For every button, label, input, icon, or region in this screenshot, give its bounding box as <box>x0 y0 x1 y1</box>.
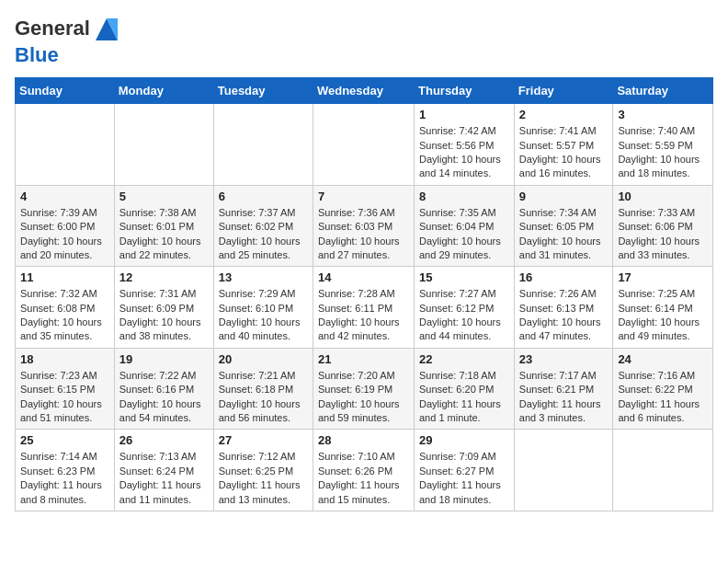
day-info: Sunrise: 7:34 AM Sunset: 6:05 PM Dayligh… <box>519 206 609 263</box>
day-info: Sunrise: 7:39 AM Sunset: 6:00 PM Dayligh… <box>20 206 109 263</box>
calendar-cell: 13Sunrise: 7:29 AM Sunset: 6:10 PM Dayli… <box>213 267 313 349</box>
day-number: 2 <box>519 108 609 121</box>
page-header: General Blue <box>15 15 713 66</box>
calendar-week-row: 18Sunrise: 7:23 AM Sunset: 6:15 PM Dayli… <box>16 348 713 430</box>
calendar-cell: 3Sunrise: 7:40 AM Sunset: 5:59 PM Daylig… <box>613 104 713 186</box>
header-wednesday: Wednesday <box>313 78 414 104</box>
day-info: Sunrise: 7:27 AM Sunset: 6:12 PM Dayligh… <box>419 287 509 344</box>
day-info: Sunrise: 7:37 AM Sunset: 6:02 PM Dayligh… <box>219 206 308 263</box>
day-info: Sunrise: 7:29 AM Sunset: 6:10 PM Dayligh… <box>219 287 308 344</box>
calendar-table: SundayMondayTuesdayWednesdayThursdayFrid… <box>15 77 713 511</box>
calendar-cell: 2Sunrise: 7:41 AM Sunset: 5:57 PM Daylig… <box>514 104 613 186</box>
calendar-cell: 9Sunrise: 7:34 AM Sunset: 6:05 PM Daylig… <box>514 185 613 267</box>
day-info: Sunrise: 7:40 AM Sunset: 5:59 PM Dayligh… <box>618 124 708 181</box>
header-monday: Monday <box>114 78 213 104</box>
day-info: Sunrise: 7:18 AM Sunset: 6:20 PM Dayligh… <box>419 369 509 426</box>
day-info: Sunrise: 7:22 AM Sunset: 6:16 PM Dayligh… <box>119 369 209 426</box>
day-number: 29 <box>419 433 509 447</box>
calendar-week-row: 25Sunrise: 7:14 AM Sunset: 6:23 PM Dayli… <box>16 430 713 511</box>
calendar-cell: 29Sunrise: 7:09 AM Sunset: 6:27 PM Dayli… <box>415 430 515 511</box>
day-number: 15 <box>419 270 509 284</box>
calendar-cell: 1Sunrise: 7:42 AM Sunset: 5:56 PM Daylig… <box>415 104 515 186</box>
header-friday: Friday <box>514 78 613 104</box>
logo-icon <box>92 15 121 44</box>
logo-general-text: General <box>15 17 90 40</box>
day-info: Sunrise: 7:42 AM Sunset: 5:56 PM Dayligh… <box>419 124 509 181</box>
day-number: 3 <box>618 108 708 121</box>
day-number: 12 <box>119 270 209 284</box>
day-info: Sunrise: 7:23 AM Sunset: 6:15 PM Dayligh… <box>20 369 109 426</box>
day-number: 24 <box>618 352 708 366</box>
day-info: Sunrise: 7:36 AM Sunset: 6:03 PM Dayligh… <box>318 206 409 263</box>
calendar-cell: 20Sunrise: 7:21 AM Sunset: 6:18 PM Dayli… <box>213 348 313 430</box>
calendar-cell: 24Sunrise: 7:16 AM Sunset: 6:22 PM Dayli… <box>613 348 713 430</box>
calendar-cell <box>16 104 115 186</box>
calendar-cell <box>514 430 613 511</box>
calendar-cell: 18Sunrise: 7:23 AM Sunset: 6:15 PM Dayli… <box>16 348 115 430</box>
calendar-week-row: 1Sunrise: 7:42 AM Sunset: 5:56 PM Daylig… <box>16 104 713 186</box>
day-info: Sunrise: 7:10 AM Sunset: 6:26 PM Dayligh… <box>318 450 409 507</box>
day-info: Sunrise: 7:16 AM Sunset: 6:22 PM Dayligh… <box>618 369 708 426</box>
logo: General Blue <box>15 15 121 66</box>
day-info: Sunrise: 7:13 AM Sunset: 6:24 PM Dayligh… <box>119 450 209 507</box>
calendar-cell <box>114 104 213 186</box>
header-thursday: Thursday <box>415 78 515 104</box>
day-info: Sunrise: 7:35 AM Sunset: 6:04 PM Dayligh… <box>419 206 509 263</box>
day-info: Sunrise: 7:20 AM Sunset: 6:19 PM Dayligh… <box>318 369 409 426</box>
calendar-cell: 10Sunrise: 7:33 AM Sunset: 6:06 PM Dayli… <box>613 185 713 267</box>
day-number: 1 <box>419 108 509 121</box>
calendar-cell: 14Sunrise: 7:28 AM Sunset: 6:11 PM Dayli… <box>313 267 414 349</box>
calendar-cell: 5Sunrise: 7:38 AM Sunset: 6:01 PM Daylig… <box>114 185 213 267</box>
calendar-cell: 27Sunrise: 7:12 AM Sunset: 6:25 PM Dayli… <box>213 430 313 511</box>
calendar-cell: 12Sunrise: 7:31 AM Sunset: 6:09 PM Dayli… <box>114 267 213 349</box>
calendar-cell: 7Sunrise: 7:36 AM Sunset: 6:03 PM Daylig… <box>313 185 414 267</box>
header-saturday: Saturday <box>613 78 713 104</box>
calendar-cell: 17Sunrise: 7:25 AM Sunset: 6:14 PM Dayli… <box>613 267 713 349</box>
day-info: Sunrise: 7:41 AM Sunset: 5:57 PM Dayligh… <box>519 124 609 181</box>
day-number: 5 <box>119 190 209 203</box>
calendar-header-row: SundayMondayTuesdayWednesdayThursdayFrid… <box>16 78 713 104</box>
day-info: Sunrise: 7:33 AM Sunset: 6:06 PM Dayligh… <box>618 206 708 263</box>
day-number: 10 <box>618 190 708 203</box>
day-number: 26 <box>119 433 209 447</box>
calendar-cell: 26Sunrise: 7:13 AM Sunset: 6:24 PM Dayli… <box>114 430 213 511</box>
day-number: 22 <box>419 352 509 366</box>
calendar-cell: 28Sunrise: 7:10 AM Sunset: 6:26 PM Dayli… <box>313 430 414 511</box>
calendar-cell <box>213 104 313 186</box>
day-number: 14 <box>318 270 409 284</box>
calendar-cell: 16Sunrise: 7:26 AM Sunset: 6:13 PM Dayli… <box>514 267 613 349</box>
day-info: Sunrise: 7:25 AM Sunset: 6:14 PM Dayligh… <box>618 287 708 344</box>
calendar-cell: 11Sunrise: 7:32 AM Sunset: 6:08 PM Dayli… <box>16 267 115 349</box>
day-number: 13 <box>219 270 308 284</box>
day-number: 19 <box>119 352 209 366</box>
day-number: 27 <box>219 433 308 447</box>
day-number: 4 <box>20 190 109 203</box>
day-info: Sunrise: 7:38 AM Sunset: 6:01 PM Dayligh… <box>119 206 209 263</box>
calendar-week-row: 4Sunrise: 7:39 AM Sunset: 6:00 PM Daylig… <box>16 185 713 267</box>
calendar-cell: 8Sunrise: 7:35 AM Sunset: 6:04 PM Daylig… <box>415 185 515 267</box>
calendar-cell: 25Sunrise: 7:14 AM Sunset: 6:23 PM Dayli… <box>16 430 115 511</box>
calendar-week-row: 11Sunrise: 7:32 AM Sunset: 6:08 PM Dayli… <box>16 267 713 349</box>
calendar-cell: 23Sunrise: 7:17 AM Sunset: 6:21 PM Dayli… <box>514 348 613 430</box>
header-sunday: Sunday <box>16 78 115 104</box>
header-tuesday: Tuesday <box>213 78 313 104</box>
day-number: 6 <box>219 190 308 203</box>
day-number: 21 <box>318 352 409 366</box>
logo-blue-text: Blue <box>15 43 59 66</box>
calendar-cell: 19Sunrise: 7:22 AM Sunset: 6:16 PM Dayli… <box>114 348 213 430</box>
day-number: 28 <box>318 433 409 447</box>
calendar-cell: 21Sunrise: 7:20 AM Sunset: 6:19 PM Dayli… <box>313 348 414 430</box>
day-info: Sunrise: 7:21 AM Sunset: 6:18 PM Dayligh… <box>219 369 308 426</box>
day-info: Sunrise: 7:17 AM Sunset: 6:21 PM Dayligh… <box>519 369 609 426</box>
calendar-cell: 22Sunrise: 7:18 AM Sunset: 6:20 PM Dayli… <box>415 348 515 430</box>
day-info: Sunrise: 7:32 AM Sunset: 6:08 PM Dayligh… <box>20 287 109 344</box>
day-number: 23 <box>519 352 609 366</box>
calendar-cell: 6Sunrise: 7:37 AM Sunset: 6:02 PM Daylig… <box>213 185 313 267</box>
day-number: 8 <box>419 190 509 203</box>
day-number: 16 <box>519 270 609 284</box>
calendar-cell <box>313 104 414 186</box>
calendar-cell <box>613 430 713 511</box>
day-number: 9 <box>519 190 609 203</box>
day-info: Sunrise: 7:14 AM Sunset: 6:23 PM Dayligh… <box>20 450 109 507</box>
calendar-cell: 15Sunrise: 7:27 AM Sunset: 6:12 PM Dayli… <box>415 267 515 349</box>
